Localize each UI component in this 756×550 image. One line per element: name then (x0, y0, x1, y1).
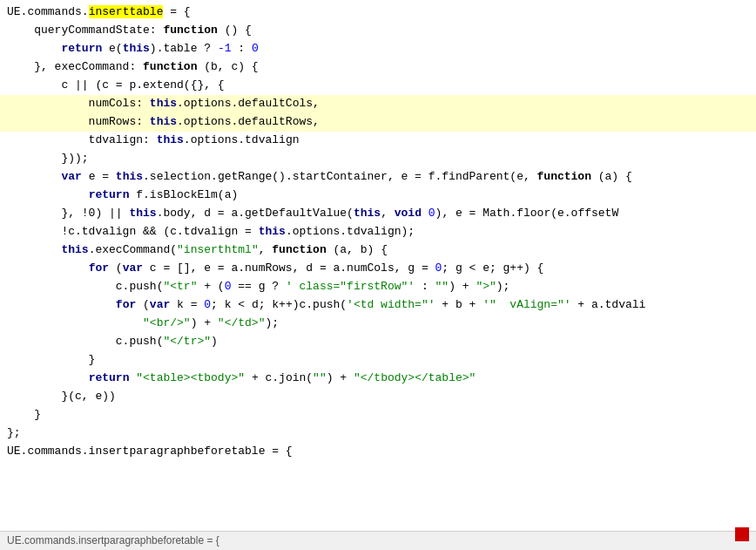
red-icon (735, 527, 749, 541)
code-text: UE.commands.insertparagraphbeforetable =… (7, 443, 293, 460)
code-text: for (var c = [], e = a.numRows, d = a.nu… (7, 260, 543, 277)
code-text: tdvalign: this.options.tdvalign (7, 132, 299, 149)
code-text: }(c, e)) (7, 388, 116, 405)
status-bar: UE.commands.insertparagraphbeforetable =… (0, 531, 756, 550)
code-line: for (var k = 0; k < d; k++)c.push('<td w… (0, 296, 756, 315)
code-text: } (7, 406, 41, 424)
code-line: numCols: this.options.defaultCols, (0, 95, 756, 113)
code-text: c.push("</tr>") (7, 333, 218, 350)
code-line: }, !0) || this.body, d = a.getDefaultVal… (0, 205, 756, 223)
code-line: numRows: this.options.defaultRows, (0, 113, 756, 132)
code-line: UE.commands.inserttable = { (0, 3, 756, 22)
code-text: numRows: this.options.defaultRows, (7, 113, 320, 131)
code-line: c.push("<tr" + (0 == g ? ' class="firstR… (0, 278, 756, 296)
code-line: return "<table><tbody>" + c.join("") + "… (0, 370, 756, 388)
code-line: queryCommandState: function () { (0, 22, 756, 40)
code-line: c.push("</tr>") (0, 333, 756, 351)
highlight-inserttable: inserttable (89, 5, 164, 18)
code-container: UE.commands.inserttable = { queryCommand… (0, 0, 756, 550)
code-text: numCols: this.options.defaultCols, (7, 95, 320, 112)
code-line: }; (0, 424, 756, 443)
code-text: return e(this).table ? -1 : 0 (7, 40, 259, 58)
code-line: var e = this.selection.getRange().startC… (0, 168, 756, 187)
code-line: }(c, e)) (0, 388, 756, 406)
code-text: queryCommandState: function () { (7, 22, 252, 39)
code-text: c.push("<tr" + (0 == g ? ' class="firstR… (7, 278, 510, 295)
code-line: return f.isBlockElm(a) (0, 187, 756, 205)
code-line: !c.tdvalign && (c.tdvalign = this.option… (0, 223, 756, 241)
code-text: var e = this.selection.getRange().startC… (7, 168, 632, 186)
code-line: } (0, 406, 756, 424)
code-text: } (7, 351, 95, 369)
code-line: return e(this).table ? -1 : 0 (0, 40, 756, 58)
code-line: this.execCommand("inserthtml", function … (0, 241, 756, 260)
code-text: }, execCommand: function (b, c) { (7, 58, 259, 76)
code-text: this.execCommand("inserthtml", function … (7, 241, 388, 259)
code-line: c || (c = p.extend({}, { (0, 77, 756, 95)
code-line: UE.commands.insertparagraphbeforetable =… (0, 443, 756, 461)
code-text: for (var k = 0; k < d; k++)c.push('<td w… (7, 296, 645, 314)
code-line: tdvalign: this.options.tdvalign (0, 132, 756, 150)
code-line: })); (0, 150, 756, 168)
status-text: UE.commands.insertparagraphbeforetable =… (7, 533, 219, 549)
code-text: }; (7, 424, 21, 442)
code-text: return f.isBlockElm(a) (7, 187, 238, 204)
code-line: for (var c = [], e = a.numRows, d = a.nu… (0, 260, 756, 278)
code-text: "<br/>") + "</td>"); (7, 315, 279, 332)
code-text: UE.commands.inserttable = { (7, 3, 191, 21)
status-icon-area (735, 527, 749, 547)
code-line: } (0, 351, 756, 370)
code-text: !c.tdvalign && (c.tdvalign = this.option… (7, 223, 415, 241)
code-text: c || (c = p.extend({}, { (7, 77, 225, 94)
code-text: return "<table><tbody>" + c.join("") + "… (7, 370, 476, 387)
code-text: })); (7, 150, 89, 167)
code-line: }, execCommand: function (b, c) { (0, 58, 756, 77)
code-line: "<br/>") + "</td>"); (0, 315, 756, 333)
code-text: }, !0) || this.body, d = a.getDefaultVal… (7, 205, 618, 222)
